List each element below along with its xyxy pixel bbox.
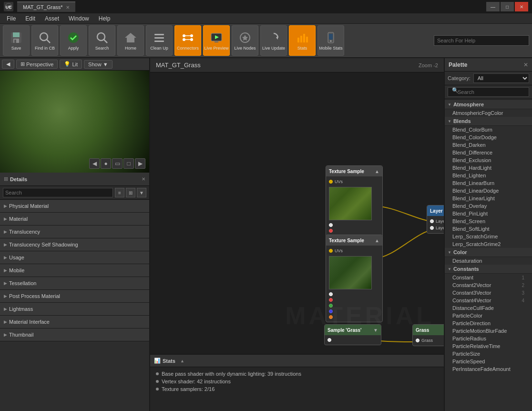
palette-item-distancecullfade[interactable]: DistanceCullFade xyxy=(445,304,532,312)
category-select[interactable]: All xyxy=(473,73,529,83)
palette-item-perinstancefadeamount[interactable]: PerInstanceFadeAmount xyxy=(445,365,532,373)
palette-item-constant2vector[interactable]: Constant2Vector 2 xyxy=(445,281,532,289)
palette-item-particlecolor[interactable]: ParticleColor xyxy=(445,312,532,319)
find-in-cb-button[interactable]: Find in CB xyxy=(31,25,58,56)
layer-blend-node[interactable]: Layer Blend ▼ Layer Rock Layer Grass xyxy=(427,205,444,234)
node-canvas[interactable]: Texture Sample ▲ UVs xyxy=(150,72,444,354)
palette-item-blend-linearlight[interactable]: Blend_LinearLight xyxy=(445,195,532,202)
rgb-pin-1[interactable] xyxy=(329,223,333,227)
usage-header[interactable]: ▶ Usage xyxy=(0,251,149,264)
details-list-view-button[interactable]: ≡ xyxy=(115,188,124,197)
palette-item-blend-exclusion[interactable]: Blend_Exclusion xyxy=(445,156,532,164)
stats-expand-icon[interactable]: ▲ xyxy=(180,359,184,363)
palette-item-blend-hardlight[interactable]: Blend_HardLight xyxy=(445,164,532,172)
live-preview-button[interactable]: Live Preview xyxy=(203,25,230,56)
details-options-button[interactable]: ▼ xyxy=(137,188,146,197)
palette-item-blend-overlay[interactable]: Blend_Overlay xyxy=(445,202,532,210)
nav-back-button[interactable]: ◀ xyxy=(2,60,14,69)
material-interface-header[interactable]: ▶ Material Interface xyxy=(0,316,149,328)
b-pin-2[interactable] xyxy=(329,309,333,313)
palette-cat-blends[interactable]: ▼ Blends xyxy=(445,117,532,126)
palette-item-blend-difference[interactable]: Blend_Difference xyxy=(445,149,532,156)
g-pin-2[interactable] xyxy=(329,304,333,308)
show-button[interactable]: Show ▼ xyxy=(84,60,112,69)
palette-item-blend-colordodge[interactable]: Blend_ColorDodge xyxy=(445,134,532,141)
save-button[interactable]: Save xyxy=(3,25,30,56)
maximize-button[interactable]: □ xyxy=(501,2,514,11)
vp-nav-left[interactable]: ◀ xyxy=(89,158,100,169)
translucency-header[interactable]: ▶ Translucency xyxy=(0,226,149,238)
apply-button[interactable]: Apply xyxy=(60,25,87,56)
thumbnail-header[interactable]: ▶ Thumbnail xyxy=(0,329,149,341)
details-search-input[interactable] xyxy=(3,188,113,197)
lit-button[interactable]: 💡 Lit xyxy=(60,60,82,69)
palette-item-particlespeed[interactable]: ParticleSpeed xyxy=(445,358,532,365)
material-header[interactable]: ▶ Material xyxy=(0,213,149,225)
vp-nav-cube[interactable]: □ xyxy=(123,158,134,169)
palette-item-desaturation[interactable]: Desaturation xyxy=(445,257,532,265)
palette-item-blend-pinlight[interactable]: Blend_PinLight xyxy=(445,210,532,217)
perspective-button[interactable]: ⊞ Perspective xyxy=(16,60,58,69)
palette-search-input[interactable] xyxy=(448,87,529,97)
cleanup-button[interactable]: Clean Up xyxy=(146,25,173,56)
palette-item-lerp-scratchgrime2[interactable]: Lerp_ScratchGrime2 xyxy=(445,240,532,248)
texture-sample-1-expand-icon[interactable]: ▲ xyxy=(375,169,379,174)
palette-item-blend-screen[interactable]: Blend_Screen xyxy=(445,217,532,225)
r-pin-2[interactable] xyxy=(329,298,333,302)
palette-close-button[interactable]: ✕ xyxy=(523,62,528,68)
r-pin-1[interactable] xyxy=(329,229,333,233)
menu-file[interactable]: File xyxy=(2,14,20,23)
texture-sample-2-node[interactable]: Texture Sample ▲ UVs xyxy=(326,235,383,322)
vp-nav-plane[interactable]: ▭ xyxy=(112,158,123,169)
palette-item-blend-lineardodge[interactable]: Blend_LinearDodge xyxy=(445,187,532,195)
menu-window[interactable]: Window xyxy=(64,14,94,23)
palette-item-constant3vector[interactable]: Constant3Vector 3 xyxy=(445,289,532,297)
layer-grass-pin[interactable] xyxy=(430,226,434,230)
palette-item-particlesize[interactable]: ParticleSize xyxy=(445,350,532,358)
palette-cat-color[interactable]: ▼ Color xyxy=(445,248,532,257)
palette-cat-constants[interactable]: ▼ Constants xyxy=(445,265,532,274)
post-process-header[interactable]: ▶ Post Process Material xyxy=(0,290,149,302)
live-update-button[interactable]: Live Update xyxy=(260,25,287,56)
home-button[interactable]: Home xyxy=(117,25,144,56)
minimize-button[interactable]: — xyxy=(486,2,500,11)
sample-grass-output-pin[interactable] xyxy=(327,338,331,342)
layer-rock-pin[interactable] xyxy=(430,219,434,223)
rgb-pin-2[interactable] xyxy=(329,292,333,296)
lightmass-header[interactable]: ▶ Lightmass xyxy=(0,303,149,315)
mobile-stats-button[interactable]: Mobile Stats xyxy=(317,25,344,56)
sample-grass-expand-icon[interactable]: ▼ xyxy=(373,328,378,333)
palette-item-particledirection[interactable]: ParticleDirection xyxy=(445,319,532,327)
palette-item-particleradius[interactable]: ParticleRadius xyxy=(445,335,532,342)
details-close-icon[interactable]: ✕ xyxy=(142,176,145,182)
palette-cat-atmosphere[interactable]: ▼ Atmosphere xyxy=(445,100,532,109)
grass-input-pin[interactable] xyxy=(416,339,419,342)
close-button[interactable]: ✕ xyxy=(515,2,528,11)
translucency-self-shadow-header[interactable]: ▶ Translucency Self Shadowing xyxy=(0,238,149,251)
help-search-input[interactable] xyxy=(434,35,529,46)
vp-nav-sphere[interactable]: ● xyxy=(101,158,111,169)
grass-node[interactable]: Grass ▼ Grass xyxy=(412,324,444,346)
sample-grass-node[interactable]: Sample 'Grass' ▼ xyxy=(324,324,381,345)
palette-item-constant[interactable]: Constant 1 xyxy=(445,274,532,281)
vp-nav-right[interactable]: ▶ xyxy=(135,158,145,169)
physical-material-header[interactable]: ▶ Physical Material xyxy=(0,200,149,212)
palette-item-blend-colorburn[interactable]: Blend_ColorBurn xyxy=(445,126,532,134)
palette-item-blend-linearburn[interactable]: Blend_LinearBurn xyxy=(445,179,532,187)
palette-item-blend-lighten[interactable]: Blend_Lighten xyxy=(445,172,532,179)
connectors-button[interactable]: Connectors xyxy=(174,25,201,56)
palette-item-particlemotionblurfade[interactable]: ParticleMotionBlurFade xyxy=(445,327,532,335)
live-nodes-button[interactable]: Live Nodes xyxy=(232,25,258,56)
search-button[interactable]: Search xyxy=(89,25,115,56)
mobile-header[interactable]: ▶ Mobile xyxy=(0,264,149,277)
details-grid-view-button[interactable]: ⊞ xyxy=(126,188,135,197)
file-tab[interactable]: MAT_GT_Grass* ✕ xyxy=(17,1,75,12)
uvs-pin-2[interactable] xyxy=(329,249,333,253)
menu-edit[interactable]: Edit xyxy=(20,14,40,23)
tab-close-icon[interactable]: ✕ xyxy=(66,5,70,10)
uvs-pin-1[interactable] xyxy=(329,180,333,184)
texture-sample-2-expand-icon[interactable]: ▲ xyxy=(375,238,379,243)
stats-button[interactable]: Stats xyxy=(289,25,316,56)
palette-item-particlerelativetime[interactable]: ParticleRelativeTime xyxy=(445,342,532,350)
palette-item-lerp-scratchgrime[interactable]: Lerp_ScratchGrime xyxy=(445,233,532,240)
